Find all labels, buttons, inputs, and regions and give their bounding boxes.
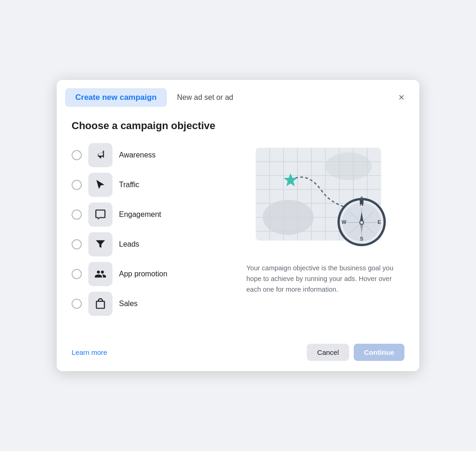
icon-box-awareness <box>88 143 112 167</box>
funnel-icon <box>94 238 106 250</box>
tab-new-ad-set[interactable]: New ad set or ad <box>167 89 244 106</box>
radio-sales[interactable] <box>72 299 82 309</box>
objective-row-traffic[interactable]: Traffic <box>72 173 228 197</box>
label-leads: Leads <box>119 240 139 248</box>
objective-row-leads[interactable]: Leads <box>72 232 228 256</box>
icon-box-engagement <box>88 203 112 227</box>
illustration: N S W E <box>246 143 404 255</box>
objective-row-engagement[interactable]: Engagement <box>72 203 228 227</box>
svg-text:W: W <box>342 219 347 225</box>
modal-body: Choose a campaign objective Awareness <box>57 107 419 325</box>
megaphone-icon <box>94 149 106 161</box>
radio-traffic[interactable] <box>72 180 82 190</box>
cursor-icon <box>94 179 106 191</box>
icon-box-leads <box>88 232 112 256</box>
tab-create-campaign[interactable]: Create new campaign <box>65 88 167 107</box>
icon-box-traffic <box>88 173 112 197</box>
bag-icon <box>94 298 106 310</box>
svg-rect-34 <box>361 196 363 199</box>
svg-point-16 <box>325 152 372 180</box>
svg-point-15 <box>263 200 314 235</box>
svg-point-32 <box>360 221 363 224</box>
objective-row-awareness[interactable]: Awareness <box>72 143 228 167</box>
objective-row-sales[interactable]: Sales <box>72 292 228 316</box>
content-area: Awareness Traffic <box>72 143 404 316</box>
label-sales: Sales <box>119 300 138 308</box>
label-app-promotion: App promotion <box>119 270 167 278</box>
people-icon <box>94 268 106 280</box>
label-awareness: Awareness <box>119 151 156 159</box>
icon-box-sales <box>88 292 112 316</box>
right-panel: N S W E <box>246 143 404 295</box>
radio-app-promotion[interactable] <box>72 269 82 279</box>
chat-icon <box>94 209 106 221</box>
description-text: Your campaign objective is the business … <box>246 263 404 295</box>
close-button[interactable]: × <box>395 91 408 105</box>
footer-buttons: Cancel Continue <box>307 344 404 361</box>
objectives-list: Awareness Traffic <box>72 143 228 316</box>
label-traffic: Traffic <box>119 181 139 189</box>
svg-text:E: E <box>377 219 381 225</box>
section-title: Choose a campaign objective <box>72 120 404 132</box>
radio-leads[interactable] <box>72 239 82 249</box>
radio-engagement[interactable] <box>72 209 82 220</box>
objective-row-app-promotion[interactable]: App promotion <box>72 262 228 286</box>
label-engagement: Engagement <box>119 210 161 219</box>
modal-footer: Learn more Cancel Continue <box>57 336 419 371</box>
cancel-button[interactable]: Cancel <box>307 344 349 361</box>
campaign-modal: Create new campaign New ad set or ad × C… <box>57 80 419 371</box>
modal-header: Create new campaign New ad set or ad × <box>57 80 419 107</box>
continue-button[interactable]: Continue <box>354 344 404 361</box>
learn-more-link[interactable]: Learn more <box>72 348 107 356</box>
radio-awareness[interactable] <box>72 150 82 160</box>
icon-box-app-promotion <box>88 262 112 286</box>
